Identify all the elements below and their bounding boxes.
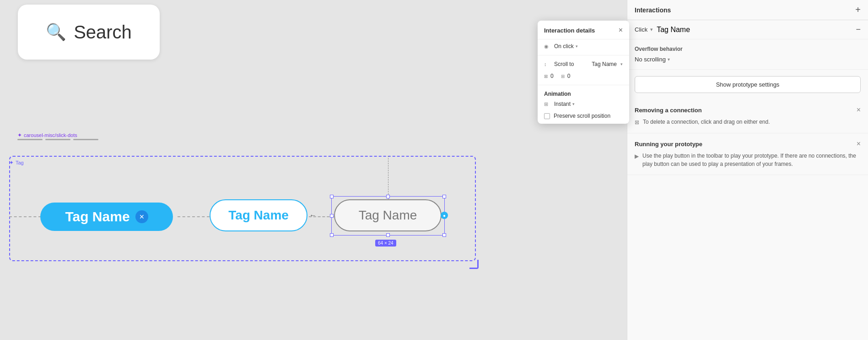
tag-close-icon[interactable]: ✕ xyxy=(135,210,148,223)
gray-arrow-icon: ● xyxy=(441,212,448,219)
handle-bm[interactable] xyxy=(386,233,390,237)
corner-decoration xyxy=(469,260,479,269)
tag-filled-button[interactable]: Tag Name ✕ xyxy=(40,203,173,231)
running-play-icon: ▶ xyxy=(635,152,639,160)
running-header: Running your prototype × xyxy=(635,140,861,148)
click-arrow-icon: ▾ xyxy=(650,27,653,33)
slick-dots-lines xyxy=(17,139,98,140)
panel-close-button[interactable]: × xyxy=(619,26,623,34)
add-interaction-button[interactable]: + xyxy=(855,5,861,15)
carousel-label: ✦ carousel-misc/slick-dots xyxy=(17,132,77,138)
removing-title: Removing a connection xyxy=(635,107,702,114)
size-label: 64 × 24 xyxy=(375,240,396,247)
overflow-value-text: No scrolling xyxy=(635,56,666,63)
running-prototype-panel: Running your prototype × ▶ Use the play … xyxy=(627,133,868,175)
y-icon: ⊞ xyxy=(561,74,565,79)
animation-section-title: Animation xyxy=(538,87,629,99)
trigger-arrow-icon: ▾ xyxy=(576,44,578,49)
trigger-icon: ◉ xyxy=(544,44,550,49)
tag-gray-button[interactable]: Tag Name ● xyxy=(334,199,442,231)
tag-outline-button[interactable]: Tag Name ← xyxy=(210,199,307,231)
action-label: Scroll to xyxy=(554,61,574,67)
x-icon: ⊠ xyxy=(544,74,548,79)
running-text: Use the play button in the toolbar to pl… xyxy=(642,152,861,168)
right-panel: Interactions + Click ▾ Tag Name − Overfl… xyxy=(627,0,868,340)
handle-tl[interactable] xyxy=(330,195,334,198)
running-title: Running your prototype xyxy=(635,141,702,148)
remove-interaction-button[interactable]: − xyxy=(856,25,861,34)
animation-select[interactable]: Instant ▾ xyxy=(554,101,575,107)
trigger-label: On click xyxy=(554,43,574,49)
handle-br[interactable] xyxy=(442,233,446,237)
search-icon: 🔍 xyxy=(46,22,66,42)
interaction-click-row[interactable]: Click ▾ Tag Name − xyxy=(627,20,868,39)
right-panel-header: Interactions + xyxy=(627,0,868,20)
panel-divider-1 xyxy=(538,55,629,55)
trigger-select[interactable]: On click ▾ xyxy=(554,43,578,49)
arrow-left-icon: ← xyxy=(309,211,317,219)
action-icon: ↕ xyxy=(544,61,550,67)
tag-filled-text: Tag Name xyxy=(65,209,129,225)
interactions-title: Interactions xyxy=(635,6,671,14)
target-chip: Tag Name xyxy=(657,26,852,34)
removing-text: To delete a connection, click and drag o… xyxy=(643,118,770,126)
preserve-label: Preserve scroll position xyxy=(554,113,610,119)
removing-close-button[interactable]: × xyxy=(857,106,861,114)
interaction-chip: Click ▾ xyxy=(635,26,653,33)
handle-tr[interactable] xyxy=(442,195,446,198)
action-row: ↕ Scroll to Tag Name ▾ xyxy=(538,57,629,71)
y-field: ⊞ 0 xyxy=(561,73,571,79)
panel-title: Interaction details xyxy=(544,27,595,34)
slick-line-3 xyxy=(73,139,98,140)
target-label: Tag Name xyxy=(592,61,617,67)
slick-line-1 xyxy=(17,139,43,140)
target-arrow-icon: ▾ xyxy=(620,62,623,66)
animation-type: Instant xyxy=(554,101,571,107)
show-prototype-button[interactable]: Show prototype settings xyxy=(635,76,861,93)
running-close-button[interactable]: × xyxy=(857,140,861,148)
overflow-title: Overflow behavior xyxy=(635,46,861,52)
interaction-details-panel: Interaction details × ◉ On click ▾ ↕ Scr… xyxy=(538,21,629,124)
search-text: Search xyxy=(74,22,132,43)
num-fields-row: ⊠ 0 ⊞ 0 xyxy=(538,71,629,83)
tag-outline-text: Tag Name xyxy=(228,208,289,223)
overflow-section: Overflow behavior No scrolling ▾ xyxy=(627,39,868,70)
search-widget: 🔍 Search xyxy=(18,5,160,60)
x-value: 0 xyxy=(550,73,554,79)
handle-lm[interactable] xyxy=(330,214,334,218)
overflow-arrow-icon: ▾ xyxy=(668,57,670,62)
carousel-label-text: carousel-misc/slick-dots xyxy=(24,132,77,138)
preserve-checkbox[interactable] xyxy=(544,113,550,119)
panel-header: Interaction details × xyxy=(538,21,629,39)
panel-divider-2 xyxy=(538,85,629,85)
slick-line-2 xyxy=(45,139,70,140)
click-label: Click xyxy=(635,26,647,33)
removing-connection-panel: Removing a connection × ⊠ To delete a co… xyxy=(627,99,868,133)
y-value: 0 xyxy=(567,73,571,79)
tag-gray-text: Tag Name xyxy=(359,208,417,223)
overflow-value: No scrolling ▾ xyxy=(635,56,861,63)
animation-icon: ⊞ xyxy=(544,101,550,107)
x-field: ⊠ 0 xyxy=(544,73,554,79)
removing-header: Removing a connection × xyxy=(635,106,861,114)
handle-bl[interactable] xyxy=(330,233,334,237)
preserve-scroll-row: Preserve scroll position xyxy=(538,111,629,124)
removing-icon: ⊠ xyxy=(635,118,639,126)
removing-text-block: ⊠ To delete a connection, click and drag… xyxy=(635,118,861,126)
trigger-row: ◉ On click ▾ xyxy=(538,39,629,53)
running-text-block: ▶ Use the play button in the toolbar to … xyxy=(635,152,861,168)
animation-arrow-icon: ▾ xyxy=(572,102,575,106)
action-select[interactable]: Scroll to xyxy=(554,61,574,67)
target-chip-label: Tag Name xyxy=(657,26,690,34)
canvas: 🔍 Search ✦ carousel-misc/slick-dots ✦ Ta… xyxy=(0,0,627,340)
handle-tm[interactable] xyxy=(386,195,390,198)
animation-row: ⊞ Instant ▾ xyxy=(538,99,629,111)
